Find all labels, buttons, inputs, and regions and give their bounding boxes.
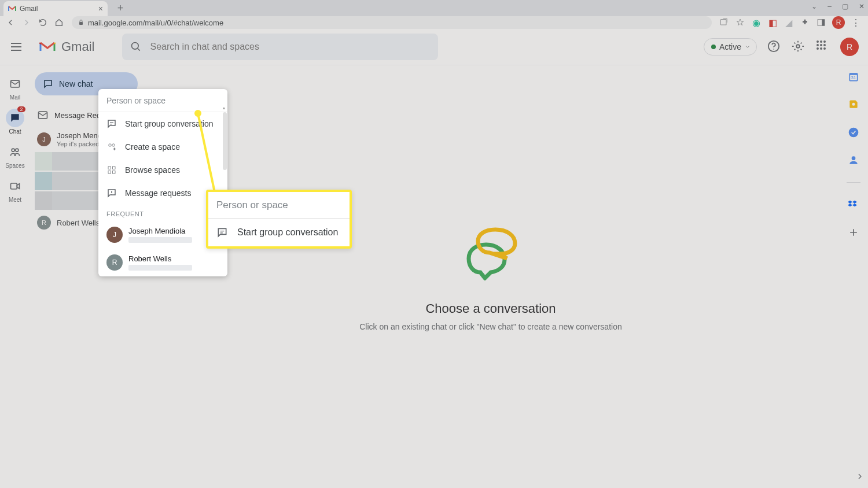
kebab-menu-icon[interactable]: ⋮ (851, 17, 861, 28)
svg-point-8 (816, 40, 819, 43)
chat-icon (9, 112, 21, 124)
browser-tab[interactable]: Gmail × (3, 1, 108, 16)
annotation-callout: Person or space Start group conversation (206, 190, 352, 249)
keep-icon[interactable] (848, 99, 859, 110)
svg-rect-33 (113, 171, 116, 174)
lock-icon (78, 19, 84, 26)
svg-point-26 (849, 128, 859, 138)
rail-label: Meet (9, 197, 21, 203)
contact-name: Robert Wells (57, 219, 100, 227)
empty-title: Choose a conversation (425, 301, 556, 316)
status-pill[interactable]: Active (704, 38, 757, 56)
minimize-icon[interactable]: – (827, 2, 832, 10)
popover-search-input[interactable]: Person or space (98, 89, 227, 112)
close-window-icon[interactable]: ✕ (859, 2, 865, 10)
extensions-icon[interactable] (800, 17, 810, 28)
svg-rect-30 (108, 167, 111, 169)
contact-name: Robert Wells (128, 254, 192, 263)
avatar: J (37, 132, 51, 146)
content-area: Choose a conversation Click on an existi… (142, 65, 839, 488)
new-tab-button[interactable]: + (112, 0, 128, 16)
rail-label: Mail (10, 94, 20, 101)
account-avatar[interactable]: R (840, 38, 859, 56)
tab-strip: Gmail × + ⌄ – ▢ ✕ (0, 0, 868, 16)
svg-point-13 (823, 44, 826, 46)
side-panel-toggle-icon[interactable] (855, 472, 865, 481)
rail-item-mail[interactable]: Mail (0, 71, 30, 104)
avatar: R (106, 254, 123, 271)
svg-point-12 (820, 44, 822, 46)
svg-point-10 (823, 40, 826, 43)
browse-spaces-icon (106, 165, 117, 175)
svg-point-5 (132, 42, 139, 49)
gmail-favicon (8, 5, 16, 12)
sidepanel-icon[interactable] (816, 17, 826, 28)
message-requests-icon (37, 109, 49, 121)
calendar-icon[interactable]: 31 (848, 71, 859, 83)
chevron-down-icon (745, 44, 751, 50)
contacts-icon[interactable] (848, 154, 859, 166)
popover-item-label: Message requests (125, 188, 191, 198)
lastpass-icon[interactable]: ◧ (767, 17, 778, 28)
callout-item: Start group conversation (208, 219, 350, 246)
frequent-contact[interactable]: R Robert Wells (98, 249, 227, 276)
address-bar: mail.google.com/mail/u/0/#chat/welcome ◉… (0, 16, 868, 29)
chevron-down-icon[interactable]: ⌄ (811, 2, 817, 10)
avatar: R (37, 216, 51, 230)
hamburger-menu-icon[interactable] (9, 40, 23, 54)
popover-placeholder: Person or space (106, 96, 165, 105)
search-box[interactable] (122, 34, 438, 60)
mail-icon (9, 78, 21, 90)
svg-text:31: 31 (851, 75, 856, 80)
url-text: mail.google.com/mail/u/0/#chat/welcome (88, 19, 223, 27)
forward-icon (21, 17, 32, 28)
add-addon-icon[interactable] (848, 227, 859, 238)
reload-icon[interactable] (37, 17, 49, 28)
redacted-email (128, 237, 192, 243)
scrollbar[interactable] (223, 112, 227, 170)
svg-point-15 (820, 47, 822, 50)
svg-point-18 (12, 149, 14, 151)
avatar: J (106, 227, 123, 243)
popover-start-group[interactable]: Start group conversation (98, 112, 227, 135)
maximize-icon[interactable]: ▢ (842, 2, 848, 10)
product-name: Gmail (61, 39, 94, 54)
star-icon[interactable] (735, 17, 745, 28)
share-icon[interactable] (719, 17, 729, 28)
apps-grid-icon[interactable] (816, 40, 830, 54)
back-icon[interactable] (5, 17, 16, 28)
home-icon[interactable] (53, 17, 65, 28)
profile-avatar[interactable]: R (832, 16, 845, 29)
tasks-icon[interactable] (848, 127, 859, 138)
popover-item-label: Create a space (125, 142, 180, 151)
help-icon[interactable] (767, 40, 781, 54)
gear-icon[interactable] (792, 40, 806, 54)
url-field[interactable]: mail.google.com/mail/u/0/#chat/welcome (72, 16, 712, 29)
rail-item-chat[interactable]: 2 Chat (0, 105, 30, 138)
gmail-logo[interactable]: Gmail (39, 39, 94, 54)
create-space-icon (106, 142, 117, 152)
rail-item-meet[interactable]: Meet (0, 173, 30, 206)
svg-point-14 (816, 47, 819, 50)
spaces-icon (9, 146, 21, 158)
pin-icon[interactable]: ◢ (784, 17, 794, 28)
rail-label: Spaces (5, 162, 24, 169)
left-rail: Mail 2 Chat Spaces Meet (0, 65, 30, 488)
group-chat-icon (106, 119, 117, 129)
rail-item-spaces[interactable]: Spaces (0, 139, 30, 172)
search-icon (130, 41, 142, 53)
search-input[interactable] (150, 42, 430, 52)
chat-badge: 2 (17, 106, 25, 112)
close-icon[interactable]: × (98, 4, 103, 13)
svg-point-9 (820, 40, 822, 43)
grammarly-icon[interactable]: ◉ (751, 17, 762, 28)
rail-label: Chat (9, 128, 21, 135)
window-controls: ⌄ – ▢ ✕ (811, 2, 865, 10)
svg-point-25 (852, 103, 855, 106)
popover-item-label: Browse spaces (125, 165, 180, 175)
svg-rect-31 (113, 167, 116, 169)
svg-rect-1 (79, 22, 83, 25)
dropbox-icon[interactable] (848, 199, 859, 210)
app-header: Gmail Active R (0, 28, 868, 65)
svg-point-28 (109, 144, 112, 147)
